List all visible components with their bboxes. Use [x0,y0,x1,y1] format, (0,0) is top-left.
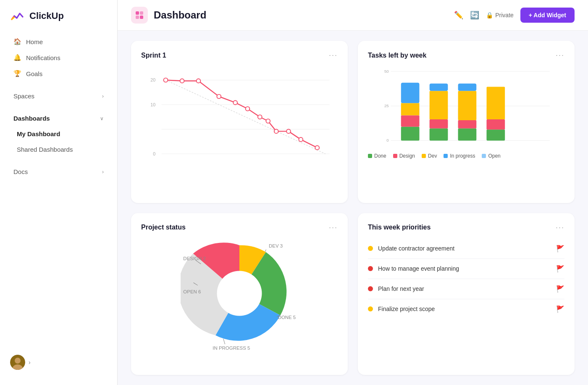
svg-rect-39 [430,128,448,140]
svg-point-52 [217,271,262,316]
priority-item-4[interactable]: Finalize project scope 🚩 [368,299,564,319]
priority-flag-1: 🚩 [556,245,564,253]
private-label: Private [495,12,514,18]
priority-flag-4: 🚩 [556,305,564,313]
priority-text-2: How to manage event planning [378,265,551,272]
clickup-logo-icon [10,8,25,24]
chevron-down-icon: ∨ [100,116,104,121]
project-status-title: Project status [141,224,186,231]
svg-rect-37 [401,83,420,103]
svg-rect-46 [458,91,477,120]
svg-point-22 [266,119,270,123]
edit-icon[interactable]: ✏️ [454,11,463,20]
svg-rect-44 [458,128,477,140]
legend-inprogress: In progress [444,153,475,159]
sidebar-docs-label: Docs [13,168,28,175]
svg-text:IN PROGRESS 5: IN PROGRESS 5 [213,345,250,350]
bar-chart-area: 50 25 0 [368,66,564,159]
svg-line-58 [223,339,225,344]
svg-text:10: 10 [150,102,155,107]
svg-rect-6 [140,16,143,19]
priority-text-3: Plan for next year [378,285,551,292]
inprogress-label: In progress [450,153,475,159]
tasks-card-header: Tasks left by week ··· [368,51,564,60]
legend-design: Design [393,153,415,159]
svg-text:20: 20 [150,77,155,82]
svg-point-15 [164,78,168,82]
sprint-chart: 20 10 0 [141,66,338,176]
svg-rect-41 [430,91,448,119]
svg-rect-3 [136,11,139,15]
priorities-card-menu[interactable]: ··· [556,223,564,232]
svg-text:25: 25 [384,103,389,108]
svg-line-54 [265,249,266,251]
svg-text:DESIGN 2: DESIGN 2 [183,256,205,261]
sidebar-item-goals-label: Goals [26,70,42,77]
dashboard-icon [131,7,148,24]
svg-text:DONE 5: DONE 5 [278,315,296,320]
sidebar-item-home-label: Home [26,38,43,45]
done-dot [368,154,372,158]
tasks-card-title: Tasks left by week [368,52,426,59]
svg-point-16 [180,79,184,83]
add-widget-button[interactable]: + Add Widget [520,8,575,23]
sidebar-dashboards-label: Dashboards [13,115,50,122]
sidebar-item-home[interactable]: 🏠 Home [3,34,114,50]
sidebar-item-docs[interactable]: Docs › [3,164,114,179]
header-left: Dashboard [131,7,206,24]
sprint-card-title: Sprint 1 [141,52,166,59]
sidebar-item-goals[interactable]: 🏆 Goals [3,66,114,82]
legend-done: Done [368,153,386,159]
header-right: ✏️ 🔄 🔒 Private + Add Widget [454,8,575,23]
priority-item-1[interactable]: Update contractor agreement 🚩 [368,239,564,259]
svg-text:0: 0 [386,138,389,142]
refresh-icon[interactable]: 🔄 [470,11,479,20]
priority-flag-2: 🚩 [556,265,564,273]
sidebar-item-notifications[interactable]: 🔔 Notifications [3,50,114,66]
tasks-card-menu[interactable]: ··· [556,51,564,60]
sprint-card-menu[interactable]: ··· [329,51,338,60]
project-status-header: Project status ··· [141,223,338,232]
priorities-card: This week priorities ··· Update contract… [358,213,575,375]
sidebar-item-shared-dashboards[interactable]: Shared Dashboards [3,142,114,157]
svg-point-23 [274,129,278,134]
svg-rect-35 [401,115,420,127]
chevron-right-icon: › [102,93,104,99]
legend-open: Open [482,153,500,159]
main-area: Dashboard ✏️ 🔄 🔒 Private + Add Widget Sp… [118,0,588,385]
header: Dashboard ✏️ 🔄 🔒 Private + Add Widget [118,0,588,31]
svg-rect-51 [487,87,505,120]
privacy-badge[interactable]: 🔒 Private [486,12,514,18]
svg-line-14 [166,80,326,154]
bar-chart-svg: 50 25 0 [368,66,564,148]
svg-rect-45 [458,120,477,128]
priority-dot-2 [368,266,373,271]
svg-rect-42 [430,84,448,91]
sprint-card-header: Sprint 1 ··· [141,51,338,60]
priority-text-1: Update contractor agreement [378,245,551,252]
svg-point-17 [197,79,201,83]
sprint-card: Sprint 1 ··· 20 10 0 [131,41,348,203]
priorities-card-title: This week priorities [368,224,430,231]
sidebar-item-my-dashboard[interactable]: My Dashboard [3,126,114,142]
open-dot [482,154,486,158]
user-profile[interactable]: › [0,348,117,377]
svg-rect-40 [430,119,448,128]
sidebar-item-dashboards[interactable]: Dashboards ∨ [3,111,114,126]
sidebar-item-spaces[interactable]: Spaces › [3,88,114,104]
svg-rect-50 [487,119,505,129]
design-dot [393,154,397,158]
priority-item-3[interactable]: Plan for next year 🚩 [368,279,564,299]
svg-rect-34 [401,127,420,141]
svg-point-18 [217,95,221,99]
priority-list: Update contractor agreement 🚩 How to man… [368,239,564,319]
priorities-card-header: This week priorities ··· [368,223,564,232]
project-status-menu[interactable]: ··· [329,223,338,232]
svg-text:OPEN 6: OPEN 6 [183,289,201,294]
priority-dot-3 [368,286,373,291]
priority-item-2[interactable]: How to manage event planning 🚩 [368,259,564,279]
sprint-svg: 20 10 0 [141,66,338,176]
svg-rect-47 [458,84,477,91]
logo-area: ClickUp [0,8,117,34]
page-title: Dashboard [154,9,206,21]
